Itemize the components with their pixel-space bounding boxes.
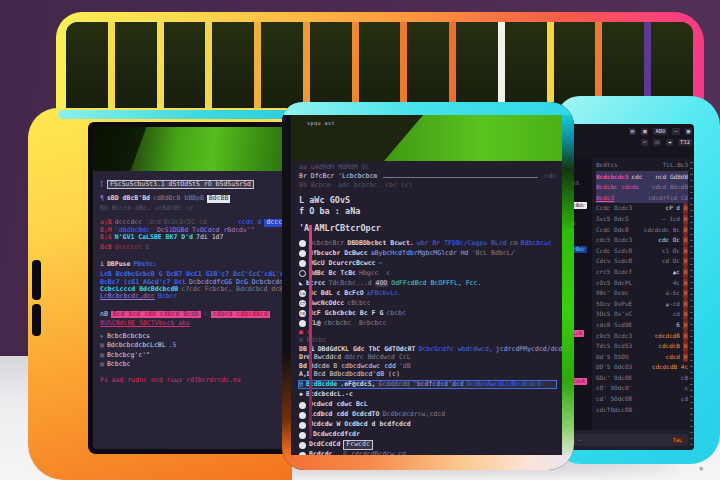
footer-badge[interactable]: TaL [671, 437, 684, 443]
code-line: ▥BdcbcbcdcbcLcBL.5 [100, 342, 288, 349]
code-line[interactable]: aa uAdMdM MdMdM Oc [299, 164, 556, 171]
text-segment: B;G [100, 234, 112, 241]
code-line[interactable]: Wcdcdw W Ocdbcd d bcdfcdcd [299, 420, 556, 430]
list-row[interactable]: Ccdc Ocdc3cP dO [596, 203, 688, 214]
toolbar-icon[interactable]: T32 [678, 139, 692, 146]
text-segment: DcdbcdwcdLcdbcdcdcd~ [467, 381, 545, 388]
code-line[interactable]: ◣bcrccTdcBcbc...d4OOOdFFcdBcd BcOFFFL, F… [299, 278, 556, 288]
code-line[interactable]: BdBdcdm B cdbcdwcdwc cdd'dB [299, 363, 556, 370]
code-line[interactable]: CL@cbcbcbc Bcbcbcc [299, 318, 556, 328]
list-row[interactable]: Cdcv Scdc8cd OcO [596, 256, 688, 267]
list-row[interactable]: 5Ocv OvPvE▲-cdO [596, 299, 688, 310]
code-line[interactable]: CaBc BdL c BcFcOaFBcbvLc. [299, 288, 556, 298]
text-segment: cd Oc [662, 256, 680, 267]
list-row[interactable]: BcdtcsTcL.Bc3 [596, 160, 688, 172]
code-line[interactable]: WGcU DcurcrcBcwcc~ [299, 258, 556, 268]
text-segment: Ccdc Ocdc3 [596, 203, 632, 214]
code-line[interactable]: C7BwcNcOdcccBcbcc [299, 298, 556, 308]
text-segment: cdcTOdccO8 [596, 405, 632, 416]
scene: ⟦FSc5uScbuSt3.1 dStOdStS rO bSdSuSrSd¶sB… [0, 0, 720, 480]
code-line: B;GN'GV1 CaLSBE BK7 D'd7di 1d7 [100, 234, 288, 241]
bullet-icon [299, 442, 306, 449]
list-row[interactable]: Ccdc Scdc8c1 OcO [596, 246, 688, 257]
text-segment: aFBcbvLc. [367, 290, 402, 297]
text-segment: — 1cd [662, 214, 680, 225]
text-segment: ▲-cd [666, 299, 680, 310]
code-line[interactable]: Dcdwcd cdwc BcL [299, 400, 556, 410]
tablet-left-header-glow [93, 127, 292, 171]
tablet-left-screen: ⟦FSc5uScbuSt3.1 dStOdStS rO bSdSuSrSd¶sB… [88, 122, 292, 454]
code-line[interactable]: Bb Bcbcm adc bcbcbc. cbc (c) [299, 182, 556, 189]
list-row[interactable]: 5Oc5 Ov'vCcdO [596, 309, 688, 320]
text-segment: cdcdcd8 [655, 331, 680, 342]
toolbar-icon[interactable]: ▦ [685, 128, 692, 135]
toolbar-icon[interactable]: ◄ [666, 139, 673, 146]
list-row[interactable]: Svc5 OdcS— 1cdO [596, 214, 688, 225]
list-row[interactable]: cOc5 OdcPL4cO [596, 278, 688, 289]
code-line[interactable]: ◆BcdcbcdcL.-c [299, 390, 556, 400]
text-segment: Dcdbcdcdrcw,cdcd [382, 411, 445, 418]
code-line[interactable]: @BcdBcdde.oF@cdcS,Gcdddcdd'bcdfcdcd'dcdD… [299, 381, 556, 388]
code-line: iDBPuseFOstc: [100, 261, 288, 268]
code-line[interactable]: 'Dcdwcdcdfcdr [299, 430, 556, 440]
list-row[interactable]: Dd'5 O5OOcdcdO [596, 352, 688, 363]
code-line[interactable]: W Bdcbc [299, 337, 556, 344]
bullet-icon [299, 320, 306, 327]
list-row[interactable]: cd' 5OdcO8cd [596, 394, 688, 405]
toolbar-icon[interactable]: — [672, 128, 679, 135]
list-row[interactable]: Ccdc Odc8cdcdcdc BcO [596, 225, 688, 236]
code-line[interactable]: DcdCcdCdFcwcdc [299, 440, 556, 450]
list-row[interactable]: Tdc5 Ocd53cdcdcBO [596, 341, 688, 352]
toolbar-icon[interactable]: ⌐ [641, 139, 648, 146]
rack-bar [205, 22, 212, 116]
toolbar-icon[interactable]: ▭ [653, 139, 660, 146]
list-row[interactable]: cdcTOdccO8 [596, 405, 688, 416]
text-segment: Bdcdm B cdbcdwcdwc cdd [310, 363, 396, 370]
text-segment: cdcdrfcd Cd [648, 193, 688, 204]
code-line[interactable]: BcbcbcBcrDBDBDbcbct Bcwct.wbr Br TFDBc/C… [299, 238, 556, 248]
rack-panel [115, 22, 157, 116]
text-segment: O [683, 278, 688, 289]
text-segment: O [683, 203, 688, 214]
text-segment: L aWc GOvS [299, 195, 350, 206]
code-line[interactable]: C8BcF Gcbcbcbc Bc F Gcbcbc [299, 308, 556, 318]
code-line[interactable]: DrdBwcddcdddcrc Bdcdwcd CcL [299, 354, 556, 361]
list-row[interactable]: GOc' OdcOEcB [596, 373, 688, 384]
code-line[interactable]: 'A AMLrCBtcrOpcr [299, 223, 556, 234]
tablet-left-side-button[interactable] [32, 260, 41, 300]
list-row[interactable]: cO' 5OdcO'c [596, 383, 688, 394]
text-segment: ◆ [299, 391, 303, 398]
code-line[interactable]: Br DfcBcr 'Lcbcbcbcmcdc [299, 173, 556, 180]
code-line[interactable]: Bcdcdc, G cdcdcdBcdcw cd [299, 450, 556, 455]
code-line[interactable]: Lcdbcd cdd OcdcdTODcdbcdcdrcw,cdcd [299, 410, 556, 420]
text-segment: Bcdcdc [309, 451, 332, 455]
text-segment: cd [681, 394, 688, 405]
list-row[interactable]: DO'5 OdcO3cdcdcdB 4c [596, 362, 688, 373]
code-line[interactable]: ■ c [299, 329, 556, 336]
list-row[interactable]: Bcdcbcdc5cdcncd GdBdB [596, 172, 688, 183]
toolbar-icon[interactable]: ▤ [629, 128, 636, 135]
code-line[interactable]: DB iDBdGdCKL Gdc ThC GdTOdcRTDcbcGcdfc w… [299, 346, 556, 353]
text-segment: BcbcbcBcr [309, 240, 344, 247]
tablet-left-side-button[interactable] [32, 304, 41, 336]
scrollbar-ticks[interactable] [690, 162, 693, 450]
list-row[interactable]: crc5 Ocdcf▲cO [596, 267, 688, 278]
text-segment: .5 [169, 342, 177, 349]
tablet-center-edge-left [282, 115, 291, 455]
list-row[interactable]: cdc8 Scd9E6O [596, 320, 688, 331]
list-row[interactable]: cdc5 Ocdc3cdc OcO [596, 235, 688, 246]
list-row[interactable]: Bcdcbc cdcdccdcd BdcdB [596, 182, 688, 193]
code-line[interactable]: L aWc GOvS [299, 195, 556, 206]
list-row[interactable]: c9c5 Ocdc3cdcdcd8O [596, 331, 688, 342]
code-line[interactable]: BdBc Bc TcBcHbgcc c [299, 268, 556, 278]
code-line[interactable]: Bfbcucbr DcBwccaBybcHcdfdbrMgbcMGlcdr Hd… [299, 248, 556, 258]
list-row[interactable]: 90c' Ocdca-6cO [596, 288, 688, 299]
rack-panel [164, 22, 206, 116]
toolbar-icon[interactable]: ▦ [641, 128, 648, 135]
text-segment: Wcdcdw W Ocdbcd d bcdfcdcd [309, 421, 411, 428]
code-line[interactable]: f O ba : aNa [299, 206, 556, 217]
text-segment: ◣ [299, 280, 303, 287]
list-row[interactable]: Bcdc3cdcdrfcd Cd [596, 193, 688, 204]
code-line[interactable]: A,DBcd Bdbcdbcdbcd'dB (c) [299, 371, 556, 378]
toolbar-icon[interactable]: AB0 [653, 128, 667, 135]
